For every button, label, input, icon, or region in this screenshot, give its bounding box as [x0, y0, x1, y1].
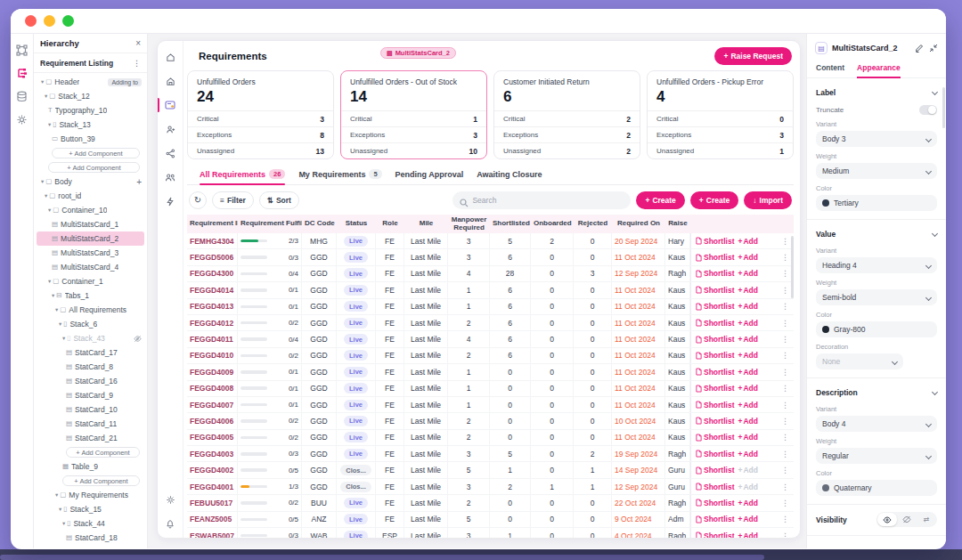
- expand-arrow-icon[interactable]: ▾: [48, 207, 51, 214]
- tree-item[interactable]: ▾ ▢ Container_10: [37, 203, 144, 217]
- tree-item[interactable]: ▾ ▯ Stack_43: [37, 331, 144, 345]
- table-row[interactable]: FEGGD4010 0/2 GGD Live FE Last Mile 2 6 …: [187, 348, 794, 364]
- tab[interactable]: All Requirements 26: [200, 167, 285, 184]
- users-icon[interactable]: [162, 170, 178, 184]
- database-icon[interactable]: [16, 91, 28, 102]
- row-kebab-icon[interactable]: ⋮: [781, 368, 789, 377]
- shortlist-button[interactable]: Shortlist: [696, 532, 734, 538]
- add-button[interactable]: +Add: [738, 499, 758, 507]
- expand-arrow-icon[interactable]: ▾: [41, 178, 44, 185]
- tree-item[interactable]: ▾ ▢ Container_1: [37, 274, 144, 288]
- shortlist-button[interactable]: Shortlist: [696, 433, 734, 442]
- table-row[interactable]: FEGGD4013 0/1 GGD Live FE Last Mile 1 6 …: [187, 299, 794, 315]
- shortlist-button[interactable]: Shortlist: [696, 401, 734, 410]
- row-kebab-icon[interactable]: ⋮: [781, 335, 789, 344]
- tree-item[interactable]: ▾ ▯ Stack_44: [37, 516, 144, 531]
- tree-item[interactable]: ▾ ▢ Body +: [37, 174, 144, 189]
- tree-item[interactable]: ▦ Table_9: [37, 459, 144, 474]
- multi-stats-card[interactable]: Unfulfilled Orders 24 Critical 3: [187, 70, 334, 159]
- table-scrollbar[interactable]: [791, 236, 794, 298]
- filter-button[interactable]: ≡Filter: [212, 191, 254, 209]
- shortlist-button[interactable]: Shortlist: [696, 253, 734, 262]
- visible-eye-icon[interactable]: [877, 513, 897, 526]
- tree-item[interactable]: ▤ MultiStatsCard_2: [37, 231, 144, 246]
- add-button[interactable]: +Add: [738, 433, 758, 442]
- tree-item[interactable]: ▾ ▢ My Requirements: [37, 488, 144, 502]
- tree-item[interactable]: T Typography_10: [37, 103, 144, 118]
- row-kebab-icon[interactable]: ⋮: [781, 253, 789, 262]
- hierarchy-icon[interactable]: [16, 68, 28, 79]
- tree-item[interactable]: ▤ StatCard_17: [37, 345, 144, 360]
- conditional-visibility-icon[interactable]: ⇄: [917, 513, 936, 526]
- visibility-off-icon[interactable]: [134, 335, 142, 343]
- add-button[interactable]: +Add: [738, 335, 758, 344]
- table-row[interactable]: FEGGD4006 0/2 GGD Live FE Last Mile 2 0 …: [187, 413, 794, 429]
- table-row[interactable]: FEGGD4003 0/3 GGD Live FE Last Mile 3 5 …: [187, 446, 794, 462]
- home-icon[interactable]: [162, 50, 178, 64]
- tab-appearance[interactable]: Appearance: [857, 61, 901, 77]
- shortlist-button[interactable]: Shortlist: [696, 269, 734, 278]
- add-button[interactable]: +Add: [738, 401, 758, 410]
- tree-item[interactable]: ▾ ▯ Stack_6: [37, 317, 144, 331]
- expand-arrow-icon[interactable]: ▾: [59, 321, 61, 328]
- shortlist-button[interactable]: Shortlist: [696, 368, 734, 377]
- table-row[interactable]: FEGGD4014 0/1 GGD Live FE Last Mile 1 6 …: [187, 282, 794, 298]
- label-weight-select[interactable]: Medium: [816, 163, 937, 179]
- tree-item[interactable]: ▤ StatCard_18: [37, 531, 144, 545]
- expand-arrow-icon[interactable]: ▾: [55, 491, 58, 499]
- add-button[interactable]: +Add: [738, 319, 758, 328]
- row-kebab-icon[interactable]: ⋮: [781, 483, 789, 491]
- shortlist-button[interactable]: Shortlist: [696, 417, 734, 426]
- tree-item[interactable]: ▤ StatCard_8: [37, 360, 144, 374]
- shortlist-button[interactable]: Shortlist: [696, 499, 734, 507]
- person-add-icon[interactable]: [162, 122, 178, 136]
- multi-stats-card[interactable]: Unfulfilled Orders - Out of Stock 14 Cri…: [340, 70, 487, 159]
- value-variant-select[interactable]: Heading 4: [816, 257, 937, 273]
- close-window-button[interactable]: [25, 15, 37, 27]
- value-weight-select[interactable]: Semi-bold: [816, 289, 937, 305]
- tree-item[interactable]: ▤ StatCard_21: [37, 431, 144, 445]
- kebab-menu-icon[interactable]: ⋮: [133, 59, 141, 68]
- edit-pencil-icon[interactable]: [915, 40, 924, 56]
- tree-item[interactable]: ▾ ▢ Stack_12: [37, 89, 144, 103]
- panel-scrollbar[interactable]: [942, 87, 945, 128]
- label-color-select[interactable]: Tertiary: [816, 195, 937, 211]
- tree-item[interactable]: ▤ StatCard_12: [37, 545, 144, 548]
- description-color-select[interactable]: Quaternary: [816, 480, 937, 496]
- collapse-panel-icon[interactable]: [929, 40, 938, 56]
- truncate-toggle[interactable]: [919, 105, 937, 115]
- row-kebab-icon[interactable]: ⋮: [781, 384, 789, 393]
- label-variant-select[interactable]: Body 3: [816, 131, 937, 147]
- shortlist-button[interactable]: Shortlist: [696, 302, 734, 311]
- artboard-icon[interactable]: [16, 45, 28, 56]
- expand-arrow-icon[interactable]: ▾: [48, 278, 51, 285]
- shortlist-button[interactable]: Shortlist: [696, 335, 734, 344]
- minimize-window-button[interactable]: [44, 15, 55, 27]
- row-kebab-icon[interactable]: ⋮: [781, 319, 789, 328]
- add-button[interactable]: +Add: [738, 302, 758, 311]
- tree-item[interactable]: ▤ StatCard_16: [37, 374, 144, 388]
- tree-item[interactable]: ▾ ▯ Stack_13: [37, 118, 144, 132]
- description-section-header[interactable]: Description: [816, 386, 937, 400]
- create-button[interactable]: +Create: [636, 191, 684, 209]
- requirements-nav-icon[interactable]: [162, 98, 178, 112]
- refresh-icon[interactable]: ↻: [189, 191, 207, 209]
- row-kebab-icon[interactable]: ⋮: [781, 515, 789, 523]
- add-button[interactable]: +Add: [738, 237, 758, 246]
- row-kebab-icon[interactable]: ⋮: [781, 302, 789, 311]
- create-button-2[interactable]: +Create: [690, 191, 738, 209]
- hidden-eye-off-icon[interactable]: [897, 513, 917, 526]
- add-button[interactable]: +Add: [738, 483, 758, 491]
- bell-icon[interactable]: [162, 516, 178, 531]
- expand-arrow-icon[interactable]: ▾: [55, 306, 58, 313]
- tree-item[interactable]: ▤ MultiStatsCard_1: [37, 217, 144, 231]
- add-button[interactable]: +Add: [738, 450, 758, 459]
- tab-content[interactable]: Content: [816, 61, 844, 77]
- table-row[interactable]: ESWAB5007 0/3 WAB Live ESP Last Mile 3 1…: [187, 528, 794, 538]
- description-weight-select[interactable]: Regular: [816, 448, 937, 464]
- tree-item[interactable]: ▤ MultiStatsCard_4: [37, 260, 144, 274]
- multi-stats-card[interactable]: Customer Initiated Return 6 Critical 2: [493, 70, 640, 159]
- tree-item[interactable]: ▾ ▢ Header Adding to: [37, 75, 144, 89]
- add-button[interactable]: +Add: [738, 532, 758, 538]
- value-decoration-select[interactable]: None: [816, 353, 903, 369]
